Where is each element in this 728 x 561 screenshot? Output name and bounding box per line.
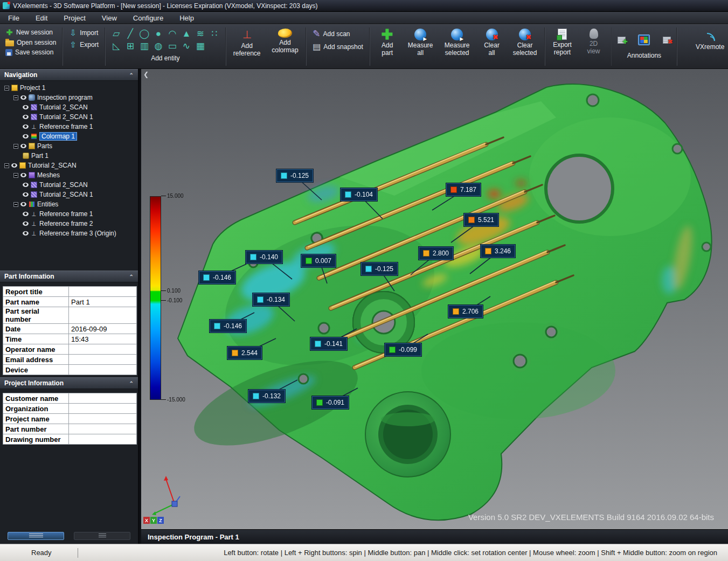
cylinder-icon[interactable]: ▥ — [137, 40, 151, 52]
tree-item[interactable]: Meshes — [0, 170, 138, 180]
menu-configure[interactable]: Configure — [125, 12, 171, 24]
tree-item[interactable]: Tutorial 2_SCAN 1 — [0, 112, 138, 122]
tree-item[interactable]: Reference frame 2 — [0, 219, 138, 228]
ellipse-icon[interactable]: ◠ — [165, 27, 179, 40]
add-scan-button[interactable]: ✎ Add scan — [310, 27, 365, 40]
visibility-eye-icon[interactable] — [23, 134, 29, 138]
circle-icon[interactable]: ◯ — [137, 27, 151, 40]
visibility-eye-icon[interactable] — [20, 144, 26, 148]
panel-collapse-arrow-icon[interactable]: ❮ — [143, 71, 149, 78]
tree-item-label[interactable]: Inspection program — [37, 94, 93, 101]
measurement-annotation[interactable]: 2.544 — [227, 347, 262, 359]
visibility-eye-icon[interactable] — [20, 173, 26, 177]
measurement-annotation[interactable]: -0.134 — [253, 293, 289, 306]
info-value[interactable]: 2016-09-09 — [69, 324, 137, 334]
tree-item-label[interactable]: Reference frame 3 (Origin) — [39, 230, 116, 237]
tree-item-label[interactable]: Tutorial 2_SCAN 1 — [39, 113, 93, 121]
visibility-eye-icon[interactable] — [20, 95, 26, 100]
measurement-annotation[interactable]: 2.800 — [419, 247, 453, 260]
tree-expander[interactable] — [13, 95, 18, 100]
measurement-annotation[interactable]: -0.146 — [210, 320, 246, 333]
visibility-eye-icon[interactable] — [23, 105, 29, 109]
menu-edit[interactable]: Edit — [27, 12, 56, 24]
tree-item-label[interactable]: Meshes — [37, 171, 60, 179]
tree-item[interactable]: Tutorial 2_SCAN — [0, 102, 138, 112]
tree-item[interactable]: Tutorial 2_SCAN 1 — [0, 190, 138, 199]
tree-item[interactable]: Parts — [0, 141, 138, 151]
tree-item-label[interactable]: Parts — [37, 142, 52, 150]
clear-selected-button[interactable]: Clear selected — [508, 26, 543, 67]
tree-item[interactable]: Part 1 — [0, 151, 138, 161]
visibility-eye-icon[interactable] — [23, 212, 29, 216]
info-value[interactable] — [69, 424, 137, 434]
info-value[interactable] — [69, 434, 137, 445]
tree-item-label[interactable]: Reference frame 1 — [39, 123, 93, 130]
measurement-annotation[interactable]: 2.706 — [448, 305, 483, 318]
measurement-annotation[interactable]: -0.099 — [385, 343, 421, 356]
line-icon[interactable]: ╱ — [123, 27, 137, 40]
tree-item[interactable]: Reference frame 1 — [0, 209, 138, 219]
part-3d-model[interactable] — [141, 69, 728, 529]
add-snapshot-button[interactable]: ▤ Add snapshot — [310, 41, 365, 52]
add-colormap-button[interactable]: Add colormap — [266, 26, 304, 67]
info-value[interactable] — [69, 365, 137, 375]
measurement-annotation[interactable]: -0.132 — [248, 390, 285, 403]
grid-icon[interactable]: ⊞ — [123, 40, 137, 52]
tree-item-label[interactable]: Entities — [37, 200, 58, 208]
tree-item-label[interactable]: Part 1 — [31, 152, 48, 160]
import-button[interactable]: ⇩ Import — [67, 27, 101, 38]
visibility-eye-icon[interactable] — [23, 231, 29, 236]
visibility-eye-icon[interactable] — [23, 183, 29, 187]
part-information-panel-header[interactable]: Part Information ⌃ — [0, 271, 138, 282]
save-session-button[interactable]: Save session — [3, 48, 58, 57]
tree-item[interactable]: Tutorial 2_SCAN — [0, 180, 138, 190]
export-report-button[interactable]: Export report — [547, 26, 578, 67]
tree-item-label[interactable]: Reference frame 1 — [39, 210, 93, 218]
measurement-annotation[interactable]: -0.146 — [199, 271, 235, 284]
info-value[interactable] — [69, 344, 137, 355]
measurement-annotation[interactable]: 0.007 — [301, 254, 336, 267]
2d-view-button[interactable]: 2D view — [578, 26, 609, 67]
measurement-annotation[interactable]: -0.140 — [246, 251, 282, 264]
navigation-panel-header[interactable]: Navigation ⌃ — [0, 69, 138, 81]
tree-item-label[interactable]: Tutorial 2_SCAN — [39, 181, 88, 189]
info-value[interactable]: Part 1 — [69, 297, 137, 307]
measurement-annotation[interactable]: 3.246 — [481, 245, 515, 258]
info-value[interactable] — [69, 393, 137, 404]
info-value[interactable] — [69, 307, 137, 324]
info-value[interactable] — [69, 404, 137, 414]
measure-selected-button[interactable]: Measure selected — [438, 26, 476, 67]
tree-item[interactable]: Entities — [0, 199, 138, 209]
measurement-annotation[interactable]: 7.187 — [446, 183, 481, 196]
clear-all-button[interactable]: Clear all — [476, 26, 508, 67]
tree-item-label[interactable]: Project 1 — [20, 84, 45, 92]
info-value[interactable] — [69, 355, 137, 365]
tree-item[interactable]: Tutorial 2_SCAN — [0, 161, 138, 170]
delete-annotation-button[interactable]: ✖ — [661, 34, 672, 45]
menu-help[interactable]: Help — [171, 12, 202, 24]
visibility-eye-icon[interactable] — [23, 192, 29, 197]
open-session-button[interactable]: Open session — [3, 38, 58, 47]
info-value[interactable] — [69, 414, 137, 424]
tree-expander[interactable] — [13, 202, 18, 207]
cone-icon[interactable]: ▲ — [179, 27, 193, 40]
tree-item[interactable]: Project 1 — [0, 83, 138, 93]
tree-item-label[interactable]: Colormap 1 — [39, 132, 77, 141]
plane-icon[interactable]: ▱ — [109, 27, 123, 40]
visibility-eye-icon[interactable] — [23, 124, 29, 129]
visibility-eye-icon[interactable] — [23, 115, 29, 119]
export-button[interactable]: ⇧ Export — [67, 39, 101, 50]
measurement-annotation[interactable]: -0.141 — [310, 337, 347, 350]
measurement-annotation[interactable]: 5.521 — [464, 213, 498, 226]
tree-expander[interactable] — [13, 144, 18, 149]
add-annotation-button[interactable]: ✚ — [615, 34, 627, 45]
tree-item-label[interactable]: Tutorial 2_SCAN 1 — [39, 191, 93, 198]
new-session-button[interactable]: ✚ New session — [3, 27, 58, 37]
menu-project[interactable]: Project — [56, 12, 93, 24]
tree-item[interactable]: Reference frame 3 (Origin) — [0, 228, 138, 238]
info-value[interactable] — [69, 287, 137, 297]
measurement-annotation[interactable]: -0.125 — [361, 262, 398, 275]
tree-item[interactable]: Reference frame 1 — [0, 122, 138, 131]
collapse-chevron-icon[interactable]: ⌃ — [129, 380, 134, 386]
tree-item-label[interactable]: Tutorial 2_SCAN — [28, 162, 77, 169]
